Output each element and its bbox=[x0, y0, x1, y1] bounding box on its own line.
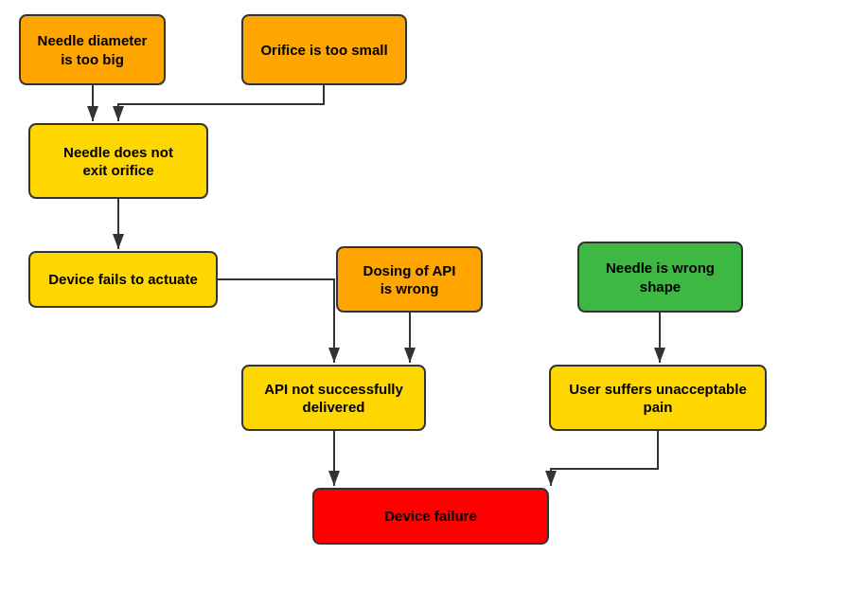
node-device-fails: Device fails to actuate bbox=[28, 251, 218, 308]
node-orifice-too-small: Orifice is too small bbox=[241, 14, 407, 85]
node-dosing-wrong: Dosing of APIis wrong bbox=[336, 246, 483, 313]
diagram: Needle diameter is too big Orifice is to… bbox=[0, 0, 868, 591]
node-needle-not-exit: Needle does notexit orifice bbox=[28, 123, 208, 199]
node-user-pain: User suffers unacceptablepain bbox=[549, 365, 767, 431]
node-device-failure: Device failure bbox=[312, 488, 549, 545]
node-api-not-delivered: API not successfullydelivered bbox=[241, 365, 426, 431]
node-needle-diameter: Needle diameter is too big bbox=[19, 14, 166, 85]
node-needle-wrong-shape: Needle is wrongshape bbox=[577, 242, 743, 313]
